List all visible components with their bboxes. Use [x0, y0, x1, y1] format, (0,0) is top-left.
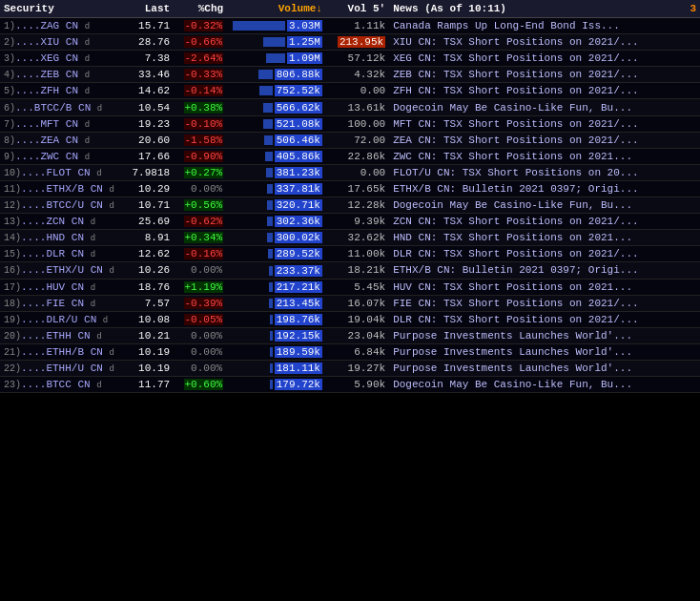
pctchg-value: -1.58% — [184, 135, 224, 146]
volume-bar — [269, 299, 273, 308]
row-num: 13) — [4, 217, 21, 227]
security-name: ....FIE CN — [21, 298, 84, 309]
volume-value: 381.23k — [275, 167, 322, 178]
table-row[interactable]: 14)....HND CN d8.91+0.34%300.02k32.62kHN… — [0, 230, 700, 246]
cell-vol5: 100.00 — [326, 115, 389, 132]
security-name: ....ETHH/B CN — [21, 346, 103, 358]
table-row[interactable]: 22)....ETHH/U CN d10.190.00%181.11k19.27… — [0, 360, 700, 376]
volume-value: 405.86k — [275, 151, 322, 162]
cell-pctchg: +0.60% — [174, 377, 227, 393]
cell-volume: 233.37k — [227, 262, 326, 279]
cell-volume: 179.72k — [227, 377, 326, 393]
volume-value: 213.45k — [275, 298, 322, 309]
cell-last: 10.71 — [120, 197, 174, 214]
table-row[interactable]: 13)....ZCN CN d25.69-0.62%302.36k9.39kZC… — [0, 214, 700, 230]
table-row[interactable]: 23)....BTCC CN d11.77+0.60%179.72k5.90kD… — [0, 377, 700, 393]
volume-bar — [265, 152, 273, 161]
volume-value: 320.71k — [275, 199, 322, 211]
table-row[interactable]: 20)....ETHH CN d10.210.00%192.15k23.04kP… — [0, 327, 700, 343]
cell-news: Dogecoin May Be Casino-Like Fun, Bu... — [389, 197, 700, 214]
table-row[interactable]: 9)....ZWC CN d17.66-0.90%405.86k22.86kZW… — [0, 148, 700, 164]
security-name: ....ZAG CN — [15, 20, 78, 31]
pctchg-value: 0.00% — [190, 330, 223, 342]
table-row[interactable]: 12)....BTCC/U CN d10.71+0.56%320.71k12.2… — [0, 197, 700, 214]
badge: d — [91, 218, 95, 227]
table-row[interactable]: 2)....XIU CN d28.76-0.66%1.25M213.95kXIU… — [0, 34, 700, 51]
cell-volume: 320.71k — [227, 197, 326, 214]
cell-news: ETHX/B CN: Bulletin 2021 0397; Origi... — [389, 180, 700, 197]
table-row[interactable]: 21)....ETHH/B CN d10.190.00%189.59k6.84k… — [0, 343, 700, 360]
cell-volume: 337.81k — [227, 180, 326, 197]
table-row[interactable]: 7)....MFT CN d19.23-0.10%521.08k100.00MF… — [0, 115, 700, 132]
cell-volume: 752.52k — [227, 83, 326, 99]
table-row[interactable]: 15)....DLR CN d12.62-0.16%289.52k11.00kD… — [0, 246, 700, 262]
cell-vol5: 22.86k — [326, 148, 389, 164]
table-row[interactable]: 18)....FIE CN d7.57-0.39%213.45k16.07kFI… — [0, 295, 700, 311]
cell-volume: 192.15k — [227, 327, 326, 343]
cell-vol5: 13.61k — [326, 99, 389, 115]
pctchg-value: -0.39% — [184, 298, 224, 309]
security-name: ....ZCN CN — [21, 216, 84, 227]
table-row[interactable]: 16)....ETHX/U CN d10.260.00%233.37k18.21… — [0, 262, 700, 279]
volume-value: 192.15k — [275, 330, 322, 342]
table-row[interactable]: 5)....ZFH CN d14.62-0.14%752.52k0.00ZFH … — [0, 83, 700, 99]
table-row[interactable]: 3)....XEG CN d7.38-2.64%1.09M57.12kXEG C… — [0, 51, 700, 67]
security-name: ....DLR CN — [21, 248, 84, 259]
security-name: ....ETHH CN — [21, 330, 91, 342]
volume-value: 233.37k — [275, 265, 322, 277]
cell-volume: 300.02k — [227, 230, 326, 246]
cell-pctchg: -0.39% — [174, 295, 227, 311]
cell-security: 20)....ETHH CN d — [0, 327, 120, 343]
security-name: ....ZEA CN — [15, 135, 78, 146]
header-security: Security — [0, 0, 120, 18]
table-row[interactable]: 8)....ZEA CN d20.60-1.58%506.46k72.00ZEA… — [0, 132, 700, 148]
cell-pctchg: +0.38% — [174, 99, 227, 115]
row-num: 6) — [4, 103, 15, 114]
cell-vol5: 18.21k — [326, 262, 389, 279]
volume-value: 302.36k — [275, 216, 322, 227]
volume-bar — [267, 184, 273, 194]
table-row[interactable]: 4)....ZEB CN d33.46-0.33%806.88k4.32kZEB… — [0, 67, 700, 83]
cell-last: 7.9818 — [120, 164, 174, 180]
cell-vol5: 16.07k — [326, 295, 389, 311]
cell-pctchg: -0.66% — [174, 34, 227, 51]
cell-news: DLR CN: TSX Short Positions on 2021/... — [389, 311, 700, 327]
table-row[interactable]: 6)...BTCC/B CN d10.54+0.38%566.62k13.61k… — [0, 99, 700, 115]
row-num: 1) — [4, 21, 15, 31]
cell-security: 12)....BTCC/U CN d — [0, 197, 120, 214]
badge: d — [97, 104, 102, 114]
cell-security: 3)....XEG CN d — [0, 51, 120, 67]
badge: d — [96, 381, 101, 390]
volume-value: 3.03M — [287, 20, 322, 31]
cell-news: ZFH CN: TSX Short Positions on 2021/... — [389, 83, 700, 99]
cell-news: ZWC CN: TSX Short Positions on 2021... — [389, 148, 700, 164]
cell-last: 7.57 — [120, 295, 174, 311]
cell-last: 10.54 — [120, 99, 174, 115]
main-table-container: Security Last %Chg Volume↓ Vol 5' News (… — [0, 0, 700, 393]
row-num: 14) — [4, 233, 21, 243]
table-row[interactable]: 10)....FLOT CN d7.9818+0.27%381.23k0.00F… — [0, 164, 700, 180]
badge: d — [85, 71, 90, 80]
pctchg-value: -0.66% — [184, 36, 224, 48]
cell-security: 23)....BTCC CN d — [0, 377, 120, 393]
volume-bar — [270, 380, 273, 389]
row-num: 16) — [4, 265, 21, 276]
cell-last: 8.91 — [120, 230, 174, 246]
cell-last: 12.62 — [120, 246, 174, 262]
cell-news: Purpose Investments Launches World'... — [389, 360, 700, 376]
row-num: 17) — [4, 282, 21, 293]
header-pctchg: %Chg — [174, 0, 227, 18]
table-row[interactable]: 17)....HUV CN d18.76+1.19%217.21k5.45kHU… — [0, 279, 700, 295]
cell-pctchg: -0.05% — [174, 311, 227, 327]
table-row[interactable]: 11)....ETHX/B CN d10.290.00%337.81k17.65… — [0, 180, 700, 197]
volume-value: 566.62k — [275, 102, 322, 114]
cell-vol5: 5.90k — [326, 377, 389, 393]
security-name: ....ETHX/U CN — [21, 264, 103, 276]
cell-volume: 302.36k — [227, 214, 326, 230]
volume-bar — [233, 21, 285, 31]
table-row[interactable]: 1)....ZAG CN d15.71-0.32%3.03M1.11kCanad… — [0, 18, 700, 34]
cell-vol5: 11.00k — [326, 246, 389, 262]
cell-volume: 213.45k — [227, 295, 326, 311]
cell-vol5: 0.00 — [326, 164, 389, 180]
table-row[interactable]: 19)....DLR/U CN d10.08-0.05%198.76k19.04… — [0, 311, 700, 327]
